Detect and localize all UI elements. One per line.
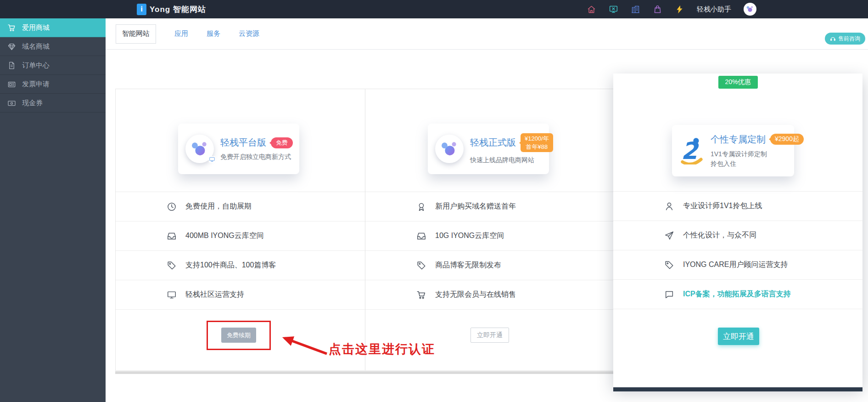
plan-title: 轻栈正式版 xyxy=(470,136,516,149)
feature-text: 400MB IYONG云库空间 xyxy=(185,231,264,241)
tag-icon xyxy=(167,260,177,271)
monitor-icon xyxy=(167,290,177,300)
sidebar-item-order-center[interactable]: 订单中心 xyxy=(0,56,106,75)
feature-row: 支持100件商品、100篇博客 xyxy=(116,250,365,280)
plan-subtitle-line2: 拎包入住 xyxy=(711,160,736,167)
activate-now-button[interactable]: 立即开通 xyxy=(470,328,509,343)
custom-logo: 2 xyxy=(679,137,704,164)
feature-row: 新用户购买域名赠送首年 xyxy=(365,192,614,221)
assistant-label[interactable]: 轻栈小助手 xyxy=(697,5,731,14)
price-line2: 首年¥88 xyxy=(526,143,548,150)
plan-subtitle: 免费开启独立电商新方式 xyxy=(220,153,293,161)
panel-bottom-bar xyxy=(613,387,862,391)
plan-title: 个性专属定制 xyxy=(711,133,766,146)
top-navbar: i Yong 智能网站 轻栈小助手 xyxy=(0,0,868,18)
cart-icon xyxy=(416,290,426,300)
feature-row: 轻栈社区运营支持 xyxy=(116,280,365,309)
sidebar-item-invoice-request[interactable]: 发票申请 xyxy=(0,75,106,94)
chat-bubble-icon xyxy=(664,289,674,300)
sidebar-item-aiyong-mall[interactable]: 爱用商城 xyxy=(0,18,106,37)
activate-now-button-custom[interactable]: 立即开通 xyxy=(718,328,759,345)
feature-text: 个性化设计，与众不同 xyxy=(683,231,756,240)
plan-platform-features: 免费使用，自助展期 400MB IYONG云库空间 支持100件商品、100篇博… xyxy=(116,192,365,310)
plan-official-header-card: 轻栈正式版 ¥1200/年 首年¥88 快速上线品牌电商网站 xyxy=(428,124,549,174)
logo-i-mark: i xyxy=(137,4,146,15)
medal-icon xyxy=(416,202,426,212)
plan-custom-panel: 20%优惠 2 个性专属定制 ¥2900起 1V1专属设计师定制 拎包入住 xyxy=(613,74,862,387)
brand-logo[interactable]: i Yong 智能网站 xyxy=(137,0,206,18)
feature-text: 新用户购买域名赠送首年 xyxy=(435,202,516,211)
person-icon xyxy=(664,201,674,211)
logo-text: Yong 智能网站 xyxy=(150,4,206,15)
app-window: i Yong 智能网站 轻栈小助手 爱用商城 域名商城 订单中心 xyxy=(0,0,868,402)
feature-row: IYONG CARE用户顾问运营支持 xyxy=(613,250,862,279)
annotation-arrow xyxy=(275,331,330,357)
feature-row: 专业设计师1V1拎包上线 xyxy=(613,191,862,221)
lightning-icon[interactable] xyxy=(675,5,684,14)
free-renew-button[interactable]: 免费续期 xyxy=(221,328,256,343)
plan-official-column: 轻栈正式版 ¥1200/年 首年¥88 快速上线品牌电商网站 新用户购买域名赠送… xyxy=(365,89,614,370)
feature-row: 10G IYONG云库空间 xyxy=(365,221,614,250)
feature-row: ICP备案，功能拓展及多语言支持 xyxy=(613,279,862,309)
sidebar-item-label: 现金券 xyxy=(22,99,43,108)
navbar-actions: 轻栈小助手 xyxy=(587,0,756,18)
plan-official-features: 新用户购买域名赠送首年 10G IYONG云库空间 商品博客无限制发布 支持无限… xyxy=(365,192,614,310)
feature-text: 专业设计师1V1拎包上线 xyxy=(683,201,762,211)
plan-platform-header-card: 轻栈平台版 免费 免费开启独立电商新方式 xyxy=(178,124,299,174)
presale-consult-label: 售前咨询 xyxy=(838,35,860,43)
feature-text: 商品博客无限制发布 xyxy=(435,260,501,270)
feature-row: 400MB IYONG云库空间 xyxy=(116,221,365,250)
price-badge: ¥2900起 xyxy=(770,134,804,145)
clock-icon xyxy=(167,202,177,212)
feature-text: 10G IYONG云库空间 xyxy=(435,231,504,241)
annotation-text: 点击这里进行认证 xyxy=(329,341,435,357)
feature-text: 免费使用，自助展期 xyxy=(185,202,252,211)
feature-row: 商品博客无限制发布 xyxy=(365,250,614,280)
feature-row: 免费使用，自助展期 xyxy=(116,192,365,221)
mini-monitor-icon xyxy=(209,156,215,163)
feature-text: IYONG CARE用户顾问运营支持 xyxy=(683,260,788,270)
price-line1: ¥1200/年 xyxy=(525,135,549,142)
sidebar-item-label: 发票申请 xyxy=(22,80,50,89)
feature-text: 支持100件商品、100篇博客 xyxy=(185,260,276,270)
feature-text: 支持无限会员与在线销售 xyxy=(435,290,516,300)
inbox-icon xyxy=(167,231,177,241)
feature-row: 支持无限会员与在线销售 xyxy=(365,280,614,309)
tag-icon xyxy=(664,260,674,270)
plan-custom-features: 专业设计师1V1拎包上线 个性化设计，与众不同 IYONG CARE用户顾问运营… xyxy=(613,191,862,309)
tab-apps[interactable]: 应用 xyxy=(174,29,188,38)
buildings-icon[interactable] xyxy=(631,5,640,14)
tag-icon xyxy=(416,260,426,271)
presale-consult-button[interactable]: 售前咨询 xyxy=(825,33,865,45)
plan-title: 轻栈平台版 xyxy=(220,136,266,149)
monitor-tools-icon[interactable] xyxy=(609,5,618,14)
avatar[interactable] xyxy=(744,3,756,16)
home-icon[interactable] xyxy=(587,5,596,14)
sidebar-item-label: 订单中心 xyxy=(22,61,50,70)
tab-smart-website[interactable]: 智能网站 xyxy=(116,24,156,44)
discount-badge: 20%优惠 xyxy=(718,76,757,89)
sidebar: 爱用商城 域名商城 订单中心 发票申请 现金券 xyxy=(0,18,106,402)
shopping-bag-icon[interactable] xyxy=(653,5,662,14)
sidebar-item-domain-mall[interactable]: 域名商城 xyxy=(0,37,106,56)
plan-custom-header-card: 2 个性专属定制 ¥2900起 1V1专属设计师定制 拎包入住 xyxy=(672,125,794,176)
sidebar-item-cash-coupon[interactable]: 现金券 xyxy=(0,94,106,113)
plan-subtitle-line1: 1V1专属设计师定制 xyxy=(711,150,767,158)
headset-icon xyxy=(830,36,836,42)
feature-text-icp: ICP备案，功能拓展及多语言支持 xyxy=(683,289,791,299)
free-badge: 免费 xyxy=(271,137,293,148)
feature-text: 轻栈社区运营支持 xyxy=(185,290,244,300)
official-logo xyxy=(435,135,464,163)
paper-plane-icon xyxy=(664,231,674,241)
plan-platform-column: 轻栈平台版 免费 免费开启独立电商新方式 免费使用，自助展期 400MB IYO… xyxy=(116,89,365,370)
plan-subtitle: 快速上线品牌电商网站 xyxy=(470,156,553,164)
sidebar-item-label: 域名商城 xyxy=(22,42,50,51)
tab-cloud-resources[interactable]: 云资源 xyxy=(239,29,259,38)
pricing-container: 轻栈平台版 免费 免费开启独立电商新方式 免费使用，自助展期 400MB IYO… xyxy=(115,89,614,371)
tab-services[interactable]: 服务 xyxy=(207,29,220,38)
platform-logo xyxy=(185,135,214,163)
feature-row: 个性化设计，与众不同 xyxy=(613,221,862,250)
category-tabs: 智能网站 应用 服务 云资源 xyxy=(106,18,868,50)
container-bottom-shadow xyxy=(115,371,614,374)
sidebar-item-label: 爱用商城 xyxy=(22,23,50,32)
